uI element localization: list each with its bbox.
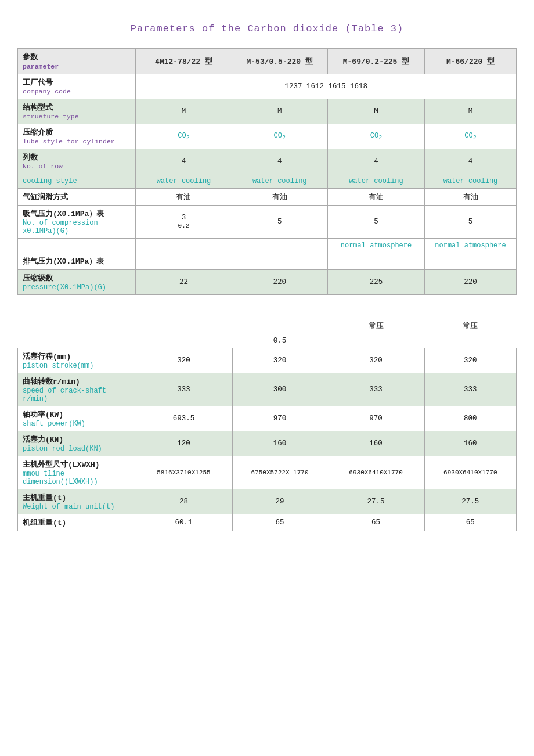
value-cell: 970 — [232, 406, 327, 431]
table-row: 压缩介质 lube style for cylinder CO2 CO2 CO2… — [18, 124, 517, 149]
value-cell: 970 — [327, 406, 424, 431]
value-cell: 220 — [425, 270, 517, 295]
value-cell: 22 — [136, 270, 232, 295]
value-cell: 4 — [232, 149, 327, 174]
value-cell: water cooling — [327, 174, 424, 189]
value-cell — [425, 253, 517, 270]
col-header-4: M-66/220 型 — [425, 49, 517, 74]
table-row: 曲轴转数r/min) speed of crack-shaft r/min) 3… — [18, 373, 517, 406]
value-cell: 6930X6410X1770 — [424, 456, 516, 489]
value-cell: 320 — [424, 348, 516, 373]
param-cell: 活塞行程(mm) piston stroke(mm) — [18, 348, 135, 373]
param-cell: 压缩级数 pressure(X0.1MPa)(G) — [18, 270, 136, 295]
table-row: 活塞行程(mm) piston stroke(mm) 320 320 320 3… — [18, 348, 517, 373]
param-cell: 轴功率(KW) shaft power(KW) — [18, 406, 135, 431]
normal-pressure-label: 常压 — [327, 318, 424, 334]
value-cell: 160 — [327, 431, 424, 456]
table-row: 压缩级数 pressure(X0.1MPa)(G) 22 220 225 220 — [18, 270, 517, 295]
normal-pressure-label-2: 常压 — [424, 318, 516, 334]
value-cell: 27.5 — [424, 489, 516, 514]
table-row: 排气压力(X0.1MPa）表 — [18, 253, 517, 270]
value-cell: 800 — [424, 406, 516, 431]
value-cell: water cooling — [136, 174, 232, 189]
value-cell: normal atmosphere — [425, 239, 517, 253]
table-row: 工厂代号 company code 1237 1612 1615 1618 — [18, 74, 517, 99]
value-cell: 5 — [232, 206, 327, 239]
value-05: 0.5 — [232, 334, 327, 348]
param-cell: 列数 No. of row — [18, 149, 136, 174]
value-cell — [232, 239, 327, 253]
value-cell: M — [136, 99, 232, 124]
table-row: 活塞力(KN) piston rod load(KN) 120 160 160 … — [18, 431, 517, 456]
param-cell: 活塞力(KN) piston rod load(KN) — [18, 431, 135, 456]
value-cell: 160 — [232, 431, 327, 456]
main-table-1: 参数 parameter 4M12-78/22 型 M-53/0.5-220 型… — [17, 48, 517, 295]
empty-cell — [135, 318, 232, 334]
param-cell: 吸气压力(X0.1MPa）表 No. of compression x0.1MP… — [18, 206, 136, 239]
value-cell: 60.1 — [135, 514, 232, 531]
table-row: 主机重量(t) Weight of main unit(t) 28 29 27.… — [18, 489, 517, 514]
main-table-2: 常压 常压 0.5 活塞行程(mm) piston stroke(mm) 320… — [17, 318, 517, 531]
value-cell: 6750X5722X 1770 — [232, 456, 327, 489]
param-cell: 主机外型尺寸(LXWXH) mmou tline dimension((LXWX… — [18, 456, 135, 489]
value-cell: 225 — [327, 270, 424, 295]
value-cell: 5 — [425, 206, 517, 239]
value-cell: CO2 — [425, 124, 517, 149]
value-cell — [136, 253, 232, 270]
value-cell: 300 — [232, 373, 327, 406]
value-cell: 333 — [327, 373, 424, 406]
value-cell: M — [327, 99, 424, 124]
value-cell: M — [232, 99, 327, 124]
value-cell: 30.2 — [136, 206, 232, 239]
empty-cell — [135, 334, 232, 348]
empty-cell — [232, 318, 327, 334]
value-cell — [232, 253, 327, 270]
param-cell: 主机重量(t) Weight of main unit(t) — [18, 489, 135, 514]
value-cell: 5 — [327, 206, 424, 239]
value-cell — [327, 253, 424, 270]
empty-cell — [424, 334, 516, 348]
col-header-1: 4M12-78/22 型 — [136, 49, 232, 74]
table-row: 0.5 — [18, 334, 517, 348]
param-cell: 排气压力(X0.1MPa）表 — [18, 253, 136, 270]
value-cell: CO2 — [136, 124, 232, 149]
value-cell: normal atmosphere — [327, 239, 424, 253]
value-cell — [136, 239, 232, 253]
value-cell: 27.5 — [327, 489, 424, 514]
value-cell: 6930X6410X1770 — [327, 456, 424, 489]
empty-cell — [327, 334, 424, 348]
param-cell: 气缸润滑方式 — [18, 189, 136, 206]
value-cell: 320 — [232, 348, 327, 373]
value-cell: 4 — [425, 149, 517, 174]
table-row: 常压 常压 — [18, 318, 517, 334]
col-header-3: M-69/0.2-225 型 — [327, 49, 424, 74]
value-cell: 65 — [327, 514, 424, 531]
table-header-row: 参数 parameter 4M12-78/22 型 M-53/0.5-220 型… — [18, 49, 517, 74]
value-cell: 65 — [232, 514, 327, 531]
table-row: 主机外型尺寸(LXWXH) mmou tline dimension((LXWX… — [18, 456, 517, 489]
table-row: 列数 No. of row 4 4 4 4 — [18, 149, 517, 174]
param-cell: 压缩介质 lube style for cylinder — [18, 124, 136, 149]
empty-cell — [18, 334, 135, 348]
param-cell — [18, 239, 136, 253]
value-cell: 5816X3710X1255 — [135, 456, 232, 489]
value-cell: 320 — [135, 348, 232, 373]
value-cell: CO2 — [327, 124, 424, 149]
table-row: 轴功率(KW) shaft power(KW) 693.5 970 970 80… — [18, 406, 517, 431]
param-cell: 曲轴转数r/min) speed of crack-shaft r/min) — [18, 373, 135, 406]
value-cell: 333 — [424, 373, 516, 406]
table-row: 结构型式 strueture type M M M M — [18, 99, 517, 124]
param-cell: cooling style — [18, 174, 136, 189]
value-cell: water cooling — [232, 174, 327, 189]
value-cell: 有油 — [232, 189, 327, 206]
param-cell: 机组重量(t) — [18, 514, 135, 531]
value-cell: 4 — [327, 149, 424, 174]
table-row: 气缸润滑方式 有油 有油 有油 有油 — [18, 189, 517, 206]
col-param-zh: 参数 — [23, 53, 38, 62]
value-cell: 4 — [136, 149, 232, 174]
param-cell: 结构型式 strueture type — [18, 99, 136, 124]
value-cell: 65 — [424, 514, 516, 531]
company-code-value: 1237 1612 1615 1618 — [136, 74, 517, 99]
page-title: Parameters of the Carbon dioxide (Table … — [17, 23, 517, 34]
table-spacer — [17, 301, 517, 318]
